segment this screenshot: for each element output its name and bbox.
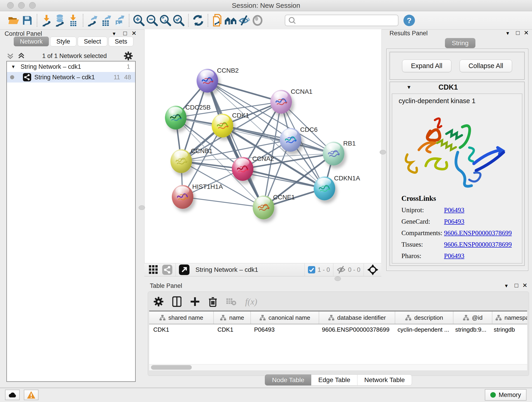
close-panel-icon[interactable]: ✕ (132, 30, 137, 37)
node-CDK1[interactable] (212, 114, 233, 138)
gear-icon[interactable] (153, 297, 164, 307)
cell-description[interactable]: cyclin-dependent ... (393, 326, 451, 333)
import-network-database-button[interactable] (53, 13, 67, 27)
collapse-all-button[interactable]: Collapse All (460, 60, 512, 72)
float-panel-icon[interactable]: □ (516, 29, 520, 36)
close-panel-icon[interactable]: ✕ (522, 282, 527, 289)
warnings-button[interactable] (24, 390, 38, 400)
panel-menu-icon[interactable]: ▼ (112, 31, 116, 36)
edge-CCNE1-HIST1H1A[interactable] (183, 197, 264, 207)
export-table-button[interactable] (99, 13, 113, 27)
left-splitter-handle[interactable] (139, 205, 145, 210)
first-neighbors-button[interactable] (224, 13, 238, 27)
panel-menu-icon[interactable]: ▼ (504, 283, 509, 288)
tab-string[interactable]: String (445, 38, 475, 48)
function-builder-icon[interactable]: f(x) (245, 297, 257, 307)
collapse-all-icon[interactable] (6, 52, 14, 60)
crosslink-link[interactable]: P06493 (444, 206, 464, 214)
search-input[interactable] (297, 16, 398, 25)
edge-CCNA2-CDKN1A[interactable] (243, 169, 324, 188)
node-CDC25B[interactable] (165, 106, 186, 129)
cloud-button[interactable] (5, 390, 20, 400)
tab-network-table[interactable]: Network Table (357, 375, 412, 385)
memory-button[interactable]: Memory (485, 389, 526, 401)
node-CCNB2[interactable] (196, 69, 218, 93)
zoom-selected-button[interactable] (172, 13, 185, 27)
birds-eye-icon[interactable] (367, 264, 379, 275)
network-share-icon[interactable] (162, 265, 172, 275)
cell-name[interactable]: CDK1 (213, 326, 250, 333)
gene-section-header[interactable]: ▼ CDK1 (390, 82, 524, 93)
gear-icon[interactable] (124, 51, 133, 61)
duplicate-network-button[interactable] (211, 13, 224, 27)
panel-menu-icon[interactable]: ▼ (505, 31, 510, 36)
node-CCNA2[interactable] (232, 157, 253, 181)
help-button[interactable]: ? (403, 13, 416, 27)
horizontal-scrollbar[interactable] (149, 364, 527, 370)
clear-table-icon[interactable] (226, 298, 236, 306)
cell-database-identifier[interactable]: 9606.ENSP00000378699 (318, 326, 393, 333)
columns-icon[interactable] (172, 296, 181, 307)
show-all-button[interactable] (251, 13, 264, 27)
node-CCNE1[interactable] (253, 196, 274, 219)
import-table-button[interactable] (67, 13, 80, 27)
column-header-database-identifier[interactable]: database identifier (319, 312, 395, 324)
add-column-icon[interactable] (190, 297, 200, 306)
node-RB1[interactable] (323, 142, 344, 166)
cell--id[interactable]: stringdb:9... (451, 326, 490, 333)
expand-all-icon[interactable] (17, 52, 25, 60)
node-CDKN1A[interactable] (314, 177, 335, 200)
cell-namespace[interactable]: stringdb (490, 326, 527, 333)
hide-selected-button[interactable] (238, 13, 251, 27)
section-caret-icon[interactable]: ▼ (406, 84, 412, 90)
column-header-canonical-name[interactable]: canonical name (251, 312, 319, 324)
node-CDC6[interactable] (280, 128, 301, 152)
tab-node-table[interactable]: Node Table (265, 375, 311, 385)
network-collection-row[interactable]: ▼ String Network – cdk1 1 (7, 61, 135, 72)
tab-select[interactable]: Select (78, 37, 107, 46)
column-header--id[interactable]: @id (453, 312, 492, 324)
tab-network[interactable]: Network (14, 37, 49, 46)
float-panel-icon[interactable]: □ (515, 282, 518, 289)
scrollbar-thumb[interactable] (151, 365, 192, 370)
collapse-caret-icon[interactable]: ▼ (11, 64, 16, 70)
refresh-button[interactable] (191, 13, 205, 27)
crosslink-link[interactable]: P06493 (444, 218, 464, 225)
selected-checkbox-icon[interactable] (308, 266, 315, 274)
column-header-namespace[interactable]: namespace (492, 312, 527, 324)
export-image-button[interactable] (113, 13, 126, 27)
node-CCNA1[interactable] (270, 90, 292, 114)
delete-column-icon[interactable] (209, 296, 217, 307)
crosslink-link[interactable]: 9606.ENSP00000378699 (444, 241, 512, 248)
import-network-file-button[interactable] (40, 13, 53, 27)
column-header-name[interactable]: name (214, 312, 251, 324)
tab-sets[interactable]: Sets (109, 37, 133, 46)
tab-edge-table[interactable]: Edge Table (311, 375, 357, 385)
node-HIST1H1A[interactable] (172, 185, 193, 209)
zoom-in-button[interactable] (132, 13, 146, 27)
column-header-description[interactable]: description (395, 312, 453, 324)
grid-view-icon[interactable] (148, 265, 158, 275)
network-list-toolbar: 1 of 1 Network selected (6, 51, 133, 61)
hidden-eye-icon[interactable] (336, 266, 346, 274)
crosslink-link[interactable]: P06493 (444, 252, 464, 260)
cell-canonical-name[interactable]: P06493 (250, 326, 318, 333)
open-view-icon[interactable] (179, 264, 190, 275)
network-row[interactable]: String Network – cdk1 11 48 (7, 72, 135, 83)
expand-all-button[interactable]: Expand All (402, 60, 451, 72)
export-network-button[interactable] (86, 13, 99, 27)
network-canvas[interactable]: CCNB2 CCNA1 CDC25B CDK1 CDC6 RB1 (144, 29, 382, 263)
save-session-button[interactable] (21, 13, 34, 27)
node-CCNB1[interactable] (171, 149, 192, 173)
open-session-button[interactable] (7, 13, 21, 27)
zoom-fit-button[interactable] (159, 13, 172, 27)
crosslink-link[interactable]: 9606.ENSP00000378699 (444, 229, 512, 237)
bottom-splitter-handle[interactable] (335, 276, 341, 281)
cell-shared-name[interactable]: CDK1 (149, 326, 213, 333)
tab-style[interactable]: Style (50, 37, 76, 46)
column-header-shared-name[interactable]: shared name (149, 312, 214, 324)
table-row[interactable]: CDK1CDK1P064939606.ENSP00000378699cyclin… (149, 324, 527, 335)
zoom-out-button[interactable] (146, 13, 159, 27)
close-panel-icon[interactable]: ✕ (524, 29, 529, 36)
float-panel-icon[interactable]: □ (123, 30, 127, 37)
